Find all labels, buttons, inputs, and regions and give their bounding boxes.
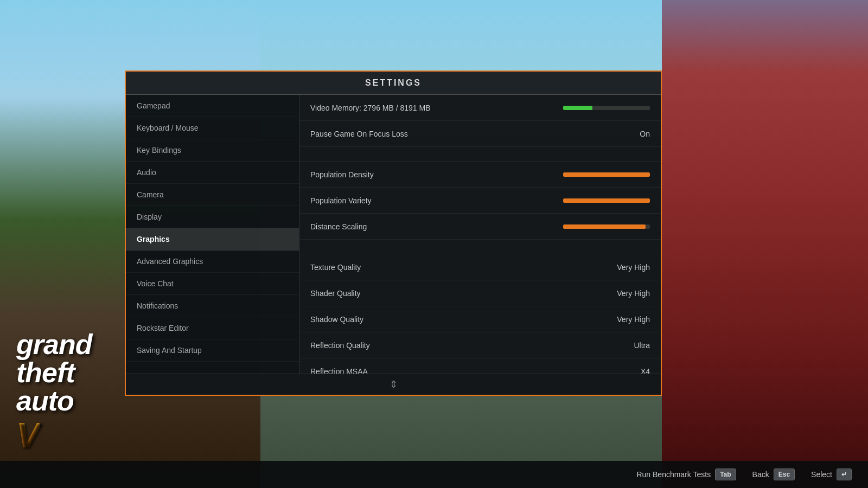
bg-right [662, 0, 868, 488]
population-density-fill [563, 172, 650, 177]
population-variety-label: Population Variety [310, 196, 563, 205]
settings-body: GamepadKeyboard / MouseKey BindingsAudio… [126, 95, 661, 374]
spacer-row-2 [299, 240, 661, 254]
sidebar-item-gamepad[interactable]: Gamepad [126, 95, 299, 117]
texture-quality-label: Texture Quality [310, 263, 596, 272]
sidebar-item-audio[interactable]: Audio [126, 162, 299, 184]
video-memory-bar [563, 106, 650, 110]
distance-scaling-label: Distance Scaling [310, 222, 563, 231]
settings-title: SETTINGS [365, 78, 422, 87]
sidebar-item-advanced-graphics[interactable]: Advanced Graphics [126, 251, 299, 273]
sidebar-item-key-bindings[interactable]: Key Bindings [126, 139, 299, 162]
distance-scaling-row[interactable]: Distance Scaling [299, 214, 661, 240]
population-density-label: Population Density [310, 170, 563, 179]
settings-title-bar: SETTINGS [126, 72, 661, 95]
benchmark-label: Run Benchmark Tests [636, 470, 711, 479]
sidebar-item-graphics[interactable]: Graphics [126, 228, 299, 251]
population-density-row[interactable]: Population Density [299, 162, 661, 188]
back-label: Back [752, 470, 769, 479]
benchmark-key: Tab [715, 468, 736, 480]
sidebar-item-display[interactable]: Display [126, 206, 299, 228]
shader-quality-row[interactable]: Shader Quality Very High [299, 280, 661, 306]
sidebar-item-notifications[interactable]: Notifications [126, 295, 299, 317]
benchmark-action[interactable]: Run Benchmark Tests Tab [636, 468, 736, 480]
spacer-row [299, 147, 661, 162]
shader-quality-value: Very High [596, 289, 650, 298]
reflection-msaa-row[interactable]: Reflection MSAA X4 [299, 358, 661, 374]
sidebar-item-rockstar-editor[interactable]: Rockstar Editor [126, 317, 299, 339]
reflection-quality-row[interactable]: Reflection Quality Ultra [299, 332, 661, 358]
population-variety-fill [563, 198, 650, 203]
shadow-quality-row[interactable]: Shadow Quality Very High [299, 306, 661, 332]
settings-content: Video Memory: 2796 MB / 8191 MB Pause Ga… [299, 95, 661, 374]
back-key: Esc [774, 468, 795, 480]
reflection-msaa-label: Reflection MSAA [310, 367, 596, 374]
video-memory-row: Video Memory: 2796 MB / 8191 MB [299, 95, 661, 121]
select-action[interactable]: Select ↵ [811, 468, 852, 480]
pause-game-label: Pause Game On Focus Loss [310, 130, 596, 138]
reflection-msaa-value: X4 [596, 367, 650, 374]
sidebar-item-saving-startup[interactable]: Saving And Startup [126, 339, 299, 362]
reflection-quality-value: Ultra [596, 341, 650, 350]
sidebar-item-voice-chat[interactable]: Voice Chat [126, 273, 299, 295]
bottom-bar: Run Benchmark Tests Tab Back Esc Select … [0, 461, 868, 488]
population-variety-bar [563, 198, 650, 203]
settings-panel: SETTINGS GamepadKeyboard / MouseKey Bind… [125, 70, 662, 396]
gta-logo: grand theft auto V [16, 330, 92, 455]
population-variety-row[interactable]: Population Variety [299, 188, 661, 214]
back-action[interactable]: Back Esc [752, 468, 795, 480]
select-label: Select [811, 470, 832, 479]
distance-scaling-bar [563, 224, 650, 229]
select-key: ↵ [837, 468, 852, 480]
pause-game-value: On [596, 130, 650, 138]
shader-quality-label: Shader Quality [310, 289, 596, 298]
sidebar-item-camera[interactable]: Camera [126, 184, 299, 206]
distance-scaling-fill [563, 224, 646, 229]
texture-quality-row[interactable]: Texture Quality Very High [299, 254, 661, 280]
shadow-quality-label: Shadow Quality [310, 315, 596, 324]
population-density-bar [563, 172, 650, 177]
reflection-quality-label: Reflection Quality [310, 341, 596, 350]
scroll-arrows-icon: ⇕ [390, 378, 398, 390]
texture-quality-value: Very High [596, 263, 650, 272]
shadow-quality-value: Very High [596, 315, 650, 324]
video-memory-label: Video Memory: 2796 MB / 8191 MB [310, 104, 563, 112]
video-memory-bar-fill [563, 106, 592, 110]
settings-menu: GamepadKeyboard / MouseKey BindingsAudio… [126, 95, 299, 374]
logo-roman: V [16, 415, 40, 455]
scroll-indicator: ⇕ [126, 374, 661, 395]
sidebar-item-keyboard-mouse[interactable]: Keyboard / Mouse [126, 117, 299, 139]
pause-game-row[interactable]: Pause Game On Focus Loss On [299, 121, 661, 147]
logo-text: grand theft auto [16, 330, 92, 415]
